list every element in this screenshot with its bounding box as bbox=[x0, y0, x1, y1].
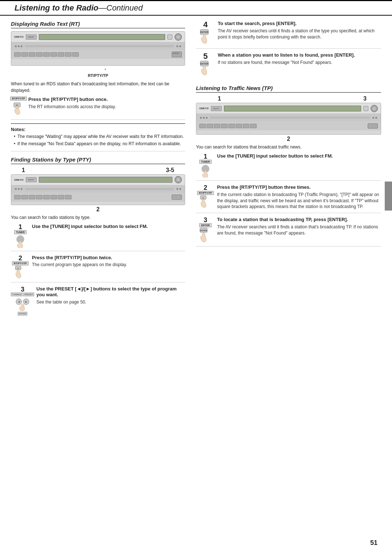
step1-content: Use the [TUNER] input selector button to… bbox=[32, 224, 185, 231]
svg-text:◄: ◄ bbox=[17, 300, 20, 304]
step5-title: When a station you want to listen to is … bbox=[218, 52, 381, 58]
rtptytp-label: RT/PTY/TP bbox=[10, 97, 27, 101]
device-label-rtptytp: RT/PTY/TP bbox=[11, 73, 185, 78]
content-columns: Displaying Radio Text (RT) ONKYO SMART bbox=[0, 16, 392, 322]
step4-icon-group: 4 ENTER bbox=[196, 21, 215, 45]
step1-num: 1 bbox=[19, 224, 22, 230]
img-label-1: 1 bbox=[22, 167, 25, 174]
svg-text:ENTER: ENTER bbox=[200, 31, 209, 33]
hand-rtptytp-icon: RT bbox=[11, 101, 26, 117]
section-heading-pty: Finding Stations by Type (PTY) bbox=[11, 156, 185, 164]
step5-desc: If no stations are found, the message "N… bbox=[218, 60, 381, 66]
hand-enter-icon-4: ENTER bbox=[197, 29, 213, 45]
tp-step2-icon: 2 RT/PTY/TP RT bbox=[196, 184, 215, 209]
page-container: Listening to the Radio—Continued Display… bbox=[0, 0, 392, 554]
device-image-rt: ONKYO SMART bbox=[11, 31, 185, 72]
svg-text:RT: RT bbox=[17, 268, 19, 269]
tp-step1-icon: 1 TUNER bbox=[196, 153, 215, 178]
hand-enter-tp3: ENTER bbox=[199, 227, 212, 243]
page-title: Listening to the Radio—Continued bbox=[15, 3, 143, 13]
rtptytp-label-2: RT/PTY/TP bbox=[12, 261, 29, 265]
step5-content: When a station you want to listen to is … bbox=[218, 52, 381, 66]
step1-title: Use the [TUNER] input selector button to… bbox=[32, 224, 185, 230]
preset-icon-group: TUNING2 PRESET ◄ ► bbox=[11, 293, 34, 315]
notes-title: Notes: bbox=[11, 127, 185, 132]
tp-img-label-3: 3 bbox=[363, 95, 367, 102]
step2-title: Press the [RT/PTY/TP] button twice. bbox=[32, 255, 185, 261]
tp-step2-desc: If the current radio station is broadcas… bbox=[217, 192, 381, 210]
preset-label: PRESET bbox=[23, 293, 34, 296]
tuning-label: TUNING2 bbox=[11, 293, 23, 296]
pty-step-1: 1 TUNER Use the [TUNER] input selector b… bbox=[11, 224, 185, 251]
svg-point-3 bbox=[16, 106, 18, 109]
tp-step3-title: To locate a station that is broadcasting… bbox=[217, 217, 381, 223]
step4-content: To start the search, press [ENTER]. The … bbox=[218, 21, 381, 40]
step4-row: 4 ENTER To start the search, press [ENTE… bbox=[196, 21, 381, 49]
title-text: Listening to the Radio bbox=[15, 3, 98, 12]
step4-title: To start the search, press [ENTER]. bbox=[218, 21, 381, 27]
tp-step1-content: Use the [TUNER] input selector button to… bbox=[217, 153, 381, 160]
hand-tuner-icon-1 bbox=[13, 234, 27, 248]
section-heading-rt: Displaying Radio Text (RT) bbox=[11, 21, 185, 28]
hand-enter-icon-5: ENTER bbox=[197, 60, 213, 76]
step-rt-desc: The RT information scrolls across the di… bbox=[28, 104, 185, 110]
tp-img-label-1: 1 bbox=[218, 95, 221, 102]
tp-step3-desc: The AV receiver searches until it finds … bbox=[217, 224, 381, 236]
pty-step-3: 3 TUNING2 PRESET ◄ ► bbox=[11, 286, 185, 318]
tp-step1-num: 1 bbox=[204, 153, 207, 160]
tp-step3-num: 3 bbox=[204, 217, 207, 223]
tp-rtptytp-label: RT/PTY/TP bbox=[197, 191, 214, 195]
step1-icon: 1 TUNER bbox=[11, 224, 30, 248]
right-column: 4 ENTER To start the search, press [ENTE… bbox=[196, 16, 381, 322]
step-rt-content: Press the [RT/PTY/TP] button once. The R… bbox=[28, 97, 185, 110]
sidebar-tab bbox=[385, 182, 392, 211]
tp-step2-title: Press the [RT/PTY/TP] button three times… bbox=[217, 184, 381, 191]
step3-num: 3 bbox=[21, 286, 24, 293]
svg-text:ENTER: ENTER bbox=[200, 62, 209, 65]
step2-content: Press the [RT/PTY/TP] button twice. The … bbox=[32, 255, 185, 268]
svg-text:►: ► bbox=[25, 300, 28, 304]
step5-num: 5 bbox=[203, 52, 208, 60]
step2-num: 2 bbox=[19, 255, 22, 261]
step3-desc: See the table on page 50. bbox=[36, 299, 185, 305]
pty-step-2: 2 RT/PTY/TP RT Press the [RT/PTY/TP] but… bbox=[11, 255, 185, 282]
tp-step2-num: 2 bbox=[204, 184, 207, 191]
tuner-label-1: TUNER bbox=[14, 230, 26, 234]
title-continued: —Continued bbox=[98, 3, 143, 12]
tp-step2-content: Press the [RT/PTY/TP] button three times… bbox=[217, 184, 381, 210]
pty-body-text: You can search for radio stations by typ… bbox=[11, 214, 185, 221]
hand-rtptytp-tp2: RT bbox=[199, 195, 212, 209]
step-rt-press: RT/PTY/TP RT Press the [RT/PTY/TP] butto… bbox=[11, 97, 185, 120]
hand-tuner-tp1 bbox=[199, 164, 212, 178]
section-heading-tp: Listening to Traffic News (TP) bbox=[196, 85, 381, 93]
tp-step-1: 1 TUNER Use the [TUNER] input selector b… bbox=[196, 153, 381, 181]
step3-title: Use the PRESET [◄]/[►] buttons to select… bbox=[36, 286, 185, 298]
tp-step1-title: Use the [TUNER] input selector button to… bbox=[217, 153, 381, 159]
note-2: If the message "No Text Data" appears on… bbox=[15, 141, 185, 147]
tp-enter-label: ENTER bbox=[199, 223, 212, 227]
device-image-tp: 1 3 ONKYO SMART bbox=[196, 95, 381, 142]
device-image-pty: 1 3-5 ONKYO SMART bbox=[11, 167, 185, 213]
tp-body-text: You can search for stations that broadca… bbox=[196, 144, 381, 150]
hand-rtptytp-icon-2: RT bbox=[13, 265, 27, 279]
svg-text:ENTER: ENTER bbox=[200, 229, 208, 232]
tp-step3-content: To locate a station that is broadcasting… bbox=[217, 217, 381, 236]
step3-icon: 3 TUNING2 PRESET ◄ ► bbox=[11, 286, 34, 315]
svg-text:RT: RT bbox=[202, 197, 204, 199]
step4-container: 4 ENTER To start the search, press [ENTE… bbox=[196, 21, 381, 80]
enter-label: ENTER bbox=[18, 312, 27, 315]
step5-row: 5 ENTER When a station you want to liste… bbox=[196, 52, 381, 80]
title-bar: Listening to the Radio—Continued bbox=[0, 0, 392, 16]
left-column: Displaying Radio Text (RT) ONKYO SMART bbox=[11, 16, 185, 322]
img-label-35: 3-5 bbox=[166, 167, 174, 174]
tp-step3-icon: 3 ENTER ENTER bbox=[196, 217, 215, 243]
rtptytp-icon-box: RT/PTY/TP RT bbox=[11, 97, 26, 117]
note-1: The message "Waiting" may appear while t… bbox=[15, 134, 185, 140]
step5-icon-group: 5 ENTER bbox=[196, 52, 215, 76]
step4-desc: The AV receiver searches until it finds … bbox=[218, 28, 381, 40]
tp-step-2: 2 RT/PTY/TP RT Press the [RT/PTY/TP] but… bbox=[196, 184, 381, 213]
tp-tuner-label: TUNER bbox=[199, 160, 212, 164]
hand-preset-icon: ◄ ► bbox=[15, 297, 30, 311]
step2-icon: 2 RT/PTY/TP RT bbox=[11, 255, 30, 279]
page-number: 51 bbox=[370, 539, 377, 547]
